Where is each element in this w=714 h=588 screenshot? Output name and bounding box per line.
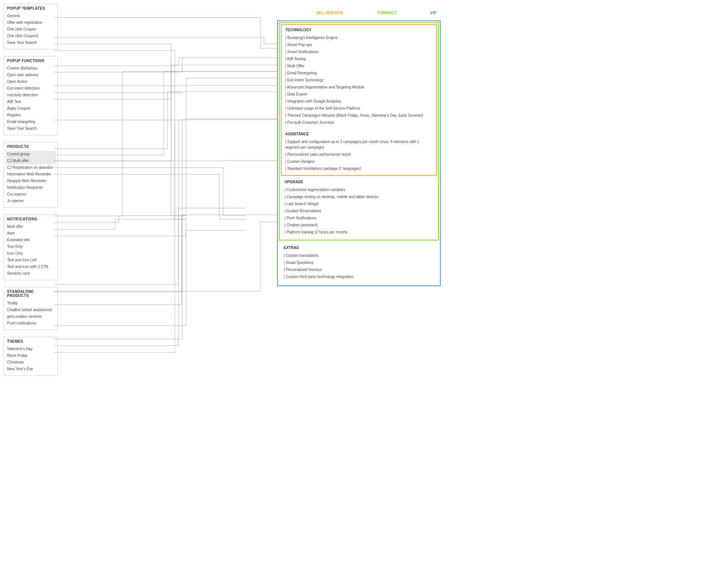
assistance-title: ASSISTANCE bbox=[285, 132, 432, 136]
section-title-popup_templates: POPUP TEMPLATES bbox=[7, 6, 54, 10]
label-self-service: SEL-SERVICE bbox=[316, 10, 343, 15]
feature-item: | Data Export bbox=[285, 91, 432, 98]
section-item: Apply Coupon bbox=[7, 105, 54, 112]
section-title-products: PRODUCTS bbox=[7, 145, 54, 149]
section-notifications: NOTIFICATIONSMulti offerAlertExtended in… bbox=[4, 214, 58, 280]
assistance-items: | Support and configuration up to 2 camp… bbox=[285, 138, 432, 172]
feature-item: | Smart Notifications bbox=[285, 48, 432, 55]
section-item: Icon Only bbox=[7, 250, 54, 257]
section-item: Services card bbox=[7, 270, 54, 277]
feature-item: | Integration with Google Analytics bbox=[285, 98, 432, 105]
section-item: Open Action bbox=[7, 78, 54, 85]
section-item: Registro bbox=[7, 112, 54, 119]
section-item: CJ Multi offer bbox=[6, 158, 56, 164]
section-item: Multi offer bbox=[7, 223, 54, 230]
feature-item: | Campaign testing on desktop, mobile an… bbox=[284, 193, 433, 200]
section-item: Email retargeting bbox=[7, 119, 54, 125]
feature-item: | Custom translations bbox=[284, 252, 434, 259]
right-panel: TECHNOLOGY | Booklyng's Intelligence Eng… bbox=[277, 20, 441, 286]
section-item: geoLocation services bbox=[7, 313, 54, 320]
technology-items: | Booklyng's Intelligence Engine| Smart … bbox=[285, 34, 432, 126]
feature-item: | Pre-built Customer Journeys bbox=[285, 119, 432, 126]
feature-item: | Personalized sales performance report bbox=[285, 151, 432, 158]
turnkey-box: TECHNOLOGY | Booklyng's Intelligence Eng… bbox=[279, 22, 439, 240]
feature-item: | Personalized Surveys bbox=[284, 266, 434, 273]
extras-items: | Custom translations| Smart Questions| … bbox=[284, 252, 434, 280]
section-title-standalone_products: STANDALONE PRODUCTS bbox=[7, 290, 54, 298]
section-item: Exit intent detection bbox=[7, 85, 54, 92]
section-item: A/B Test bbox=[7, 98, 54, 105]
assistance-section: ASSISTANCE | Support and configuration u… bbox=[282, 129, 436, 175]
section-item: Black Friday bbox=[7, 352, 54, 359]
section-item: Valentine's Day bbox=[7, 346, 54, 352]
section-item: Css injector bbox=[7, 191, 54, 198]
section-item: Save Your Search bbox=[7, 39, 54, 46]
section-item: One click Coupon bbox=[7, 26, 54, 33]
section-item: Extended info bbox=[7, 237, 54, 243]
feature-item: | Multi-Offer bbox=[285, 62, 432, 70]
section-title-popup_functions: POPUP FUNCTIONS bbox=[7, 59, 54, 63]
section-themes: THEMESValentine's DayBlack FridayChristm… bbox=[4, 337, 58, 376]
feature-item: | Email Retargeting bbox=[285, 70, 432, 77]
feature-item: | Exit Intent Technology bbox=[285, 77, 432, 84]
upgrade-title: UPGRADE bbox=[284, 180, 433, 184]
section-item: Text and Icon with 2 CTA bbox=[7, 264, 54, 270]
section-item: Generic bbox=[7, 13, 54, 19]
technology-title: TECHNOLOGY bbox=[285, 28, 432, 32]
section-standalone_products: STANDALONE PRODUCTSTooltipChatBot (smart… bbox=[4, 287, 58, 330]
left-panel: POPUP TEMPLATESGenericOffer with registr… bbox=[4, 4, 58, 382]
feature-item: | Platform training (2 hours per month) bbox=[284, 229, 433, 236]
feature-item: | Guided Reservations bbox=[284, 207, 433, 214]
section-item: Control group bbox=[6, 151, 56, 158]
section-item: Custom Behaviour bbox=[7, 65, 54, 72]
technology-section: TECHNOLOGY | Booklyng's Intelligence Eng… bbox=[282, 25, 436, 129]
main-container: POPUP TEMPLATESGenericOffer with registr… bbox=[0, 0, 714, 588]
feature-item: | Standard translations package (7 langu… bbox=[285, 165, 432, 172]
section-item: Informative Web Reminder bbox=[7, 171, 54, 178]
feature-item: | Unlimited usage of the Self-Service Pl… bbox=[285, 105, 432, 112]
section-popup_functions: POPUP FUNCTIONSCustom BehaviourOpen web … bbox=[4, 56, 58, 135]
feature-item: | Chatbot (assistant) bbox=[284, 222, 433, 229]
section-products: PRODUCTSControl groupCJ Multi offerCJ Re… bbox=[4, 142, 58, 208]
feature-item: | Smart Pop-ups bbox=[285, 41, 432, 48]
section-title-notifications: NOTIFICATIONS bbox=[7, 217, 54, 221]
feature-item: | Support and configuration up to 2 camp… bbox=[285, 138, 432, 151]
service-labels: SEL-SERVICE TURNKEY VIP bbox=[316, 10, 437, 15]
section-item: Offer with registration bbox=[7, 19, 54, 26]
feature-item: | Advanced Segmentation and Targeting Mo… bbox=[285, 84, 432, 91]
upgrade-items: | Customized segmentation variables| Cam… bbox=[284, 186, 433, 236]
feature-item: | Smart Questions bbox=[284, 259, 434, 266]
section-item: Christmas bbox=[7, 359, 54, 366]
section-item: Inactivity detection bbox=[7, 92, 54, 98]
feature-item: | Booklyng's Intelligence Engine bbox=[285, 34, 432, 41]
feature-item: | Last Search Widget bbox=[284, 200, 433, 207]
section-item: Reapply Web Reminder bbox=[7, 178, 54, 184]
section-item: One click Coupon2 bbox=[7, 33, 54, 39]
section-item: Tooltip bbox=[7, 300, 54, 307]
label-vip: VIP bbox=[430, 10, 437, 15]
extras-title: EXTRAS bbox=[284, 246, 434, 250]
section-item: CJ Registration on abandon bbox=[7, 164, 54, 171]
feature-item: | Push Notifications bbox=[284, 214, 433, 222]
section-title-themes: THEMES bbox=[7, 339, 54, 343]
section-item: New Year's Eve bbox=[7, 366, 54, 372]
feature-item: | Customized segmentation variables bbox=[284, 186, 433, 193]
section-item: Notification Reopener bbox=[7, 184, 54, 191]
section-item: Alert bbox=[7, 230, 54, 237]
vip-box: TECHNOLOGY | Booklyng's Intelligence Eng… bbox=[277, 20, 441, 286]
section-popup_templates: POPUP TEMPLATESGenericOffer with registr… bbox=[4, 4, 58, 49]
section-item: Push notifications bbox=[7, 320, 54, 327]
label-turnkey: TURNKEY bbox=[377, 10, 396, 15]
self-service-box: TECHNOLOGY | Booklyng's Intelligence Eng… bbox=[281, 24, 437, 176]
feature-item: | Custom Designs bbox=[285, 158, 432, 165]
extras-section: EXTRAS | Custom translations| Smart Ques… bbox=[280, 243, 438, 283]
section-item: Text and Icon Left bbox=[7, 257, 54, 264]
upgrade-section: UPGRADE | Customized segmentation variab… bbox=[281, 177, 437, 239]
section-item: Open web address bbox=[7, 72, 54, 78]
section-item: Save Your Search bbox=[7, 125, 54, 132]
line-one-click-coupon bbox=[54, 44, 186, 216]
section-item: Text Only bbox=[7, 243, 54, 250]
section-item: ChatBot (smart assistance) bbox=[7, 307, 54, 313]
feature-item: | Themed Campaigns Wizards (Black Friday… bbox=[285, 112, 432, 119]
section-item: Js injector bbox=[7, 198, 54, 204]
